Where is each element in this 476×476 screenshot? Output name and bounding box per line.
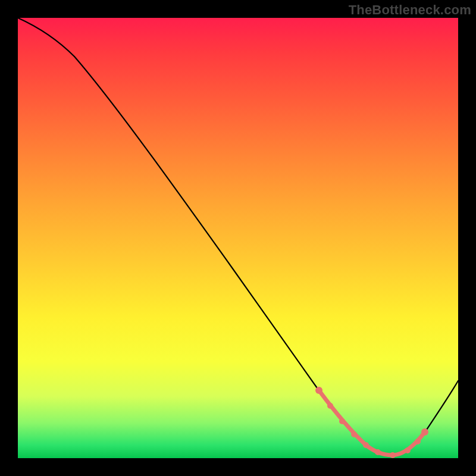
marker-icon (327, 403, 333, 409)
bottleneck-curve (18, 18, 458, 455)
marker-icon (421, 428, 428, 436)
watermark-text: TheBottleneck.com (349, 2, 471, 18)
marker-icon (351, 431, 357, 437)
chart-frame: TheBottleneck.com (0, 0, 476, 476)
gradient-plot-area (18, 18, 458, 458)
marker-icon (363, 442, 369, 448)
marker-icon (375, 449, 381, 455)
marker-icon (390, 452, 396, 458)
curve-svg (18, 18, 458, 458)
optimal-zone-segment (319, 390, 425, 455)
marker-icon (339, 418, 345, 424)
marker-icon (415, 439, 421, 444)
marker-icon (405, 447, 411, 453)
marker-icon (315, 387, 322, 394)
